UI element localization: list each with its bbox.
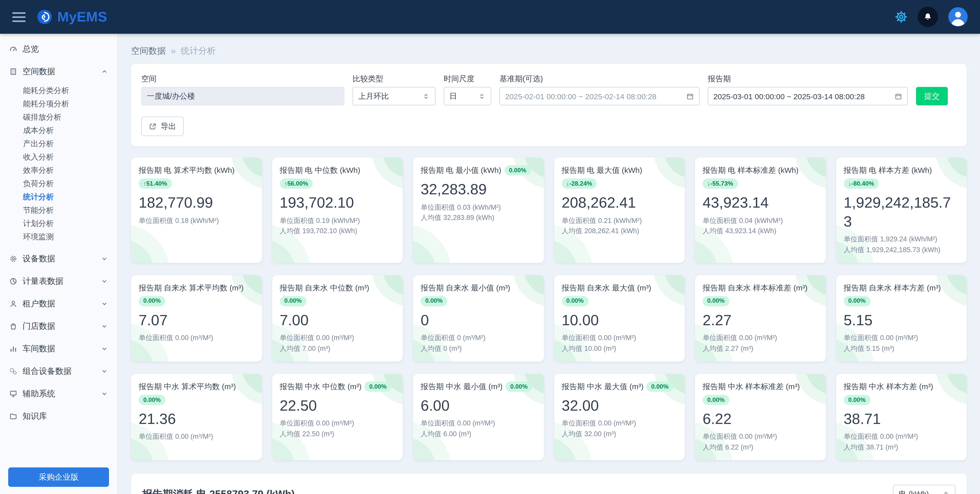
user-avatar[interactable]	[948, 7, 968, 27]
report-period-input[interactable]: 2025-03-01 00:00:00 ~ 2025-03-14 08:00:2…	[708, 87, 908, 105]
submit-button[interactable]: 提交	[916, 87, 948, 105]
sidebar-group-equipment[interactable]: 组合设备数据	[0, 360, 117, 383]
select-arrows-icon	[422, 92, 430, 100]
breadcrumb-parent[interactable]: 空间数据	[131, 45, 166, 57]
sidebar-group-shopfloor[interactable]: 车间数据	[0, 338, 117, 360]
sidebar-subitem[interactable]: 产出分析	[0, 137, 117, 150]
sidebar-subitem[interactable]: 负荷分析	[0, 177, 117, 190]
sidebar-subitem[interactable]: 成本分析	[0, 124, 117, 137]
sidebar-subitem[interactable]: 能耗分类分析	[0, 84, 117, 97]
stat-card-value: 38.71	[844, 410, 959, 428]
energy-type-select[interactable]: 电 (kWh)	[893, 485, 955, 494]
hamburger-menu-icon[interactable]	[12, 12, 25, 22]
time-scale-field: 时间尺度 日	[444, 74, 491, 105]
sidebar-item-overview[interactable]: 总览	[0, 38, 117, 60]
stat-card-per-capita: 人均值 6.00 (m³)	[421, 429, 536, 440]
sidebar-group-store[interactable]: 门店数据	[0, 315, 117, 338]
report-period-value: 2025-03-01 00:00:00 ~ 2025-03-14 08:00:2…	[713, 92, 891, 100]
sidebar-subitem[interactable]: 能耗分项分析	[0, 97, 117, 110]
gauge-icon	[9, 45, 18, 53]
sidebar-subitem[interactable]: 统计分析	[0, 190, 117, 203]
stat-card-value: 5.15	[844, 311, 959, 330]
sidebar-subitem[interactable]: 效率分析	[0, 164, 117, 177]
sidebar-group-label: 计量表数据	[22, 276, 64, 287]
space-field: 空间 一度城/办公楼	[141, 74, 344, 105]
stat-card-per-capita: 人均值 32.00 (m³)	[562, 429, 677, 440]
stat-card: 报告期 自来水 中位数 (m³) 0.00% 7.00 单位面积值 0.00 (…	[272, 275, 403, 362]
sidebar-group-label: 组合设备数据	[22, 366, 72, 376]
stat-card: 报告期 电 最大值 (kWh) ↓-28.24% 208,262.41 单位面积…	[554, 157, 685, 263]
stat-card-per-area: 单位面积值 0.00 (m³/M²)	[844, 333, 959, 344]
compare-type-label: 比较类型	[353, 74, 436, 84]
stat-card-per-capita: 人均值 193,702.10 (kWh)	[280, 226, 395, 237]
stat-card-per-area: 单位面积值 0.00 (m³/M²)	[421, 419, 536, 429]
desktop-icon	[9, 390, 18, 398]
top-navbar: MyEMS	[0, 0, 980, 34]
stat-card: 报告期 中水 算术平均数 (m³) 0.00% 21.36 单位面积值 0.00…	[131, 374, 262, 461]
export-icon	[149, 122, 157, 130]
base-period-input[interactable]: 2025-02-01 00:00:00 ~ 2025-02-14 08:00:2…	[500, 87, 700, 105]
stat-card: 报告期 电 中位数 (kWh) ↑56.00% 193,702.10 单位面积值…	[272, 157, 403, 263]
brand[interactable]: MyEMS	[37, 9, 107, 25]
stat-card-header: 报告期 自来水 样本方差 (m³) 0.00%	[844, 283, 959, 306]
stat-card-header: 报告期 中水 算术平均数 (m³) 0.00%	[139, 381, 254, 405]
stat-card-badge: 0.00%	[562, 296, 588, 306]
stat-card-badge: 0.00%	[703, 395, 729, 405]
notifications-bell-icon[interactable]	[918, 6, 938, 27]
stat-card-per-capita: 人均值 10.00 (m³)	[562, 344, 677, 354]
sidebar-group-tenant[interactable]: 租户数据	[0, 292, 117, 315]
sidebar-group-space[interactable]: 空间数据	[0, 60, 117, 83]
export-button[interactable]: 导出	[141, 117, 184, 136]
sidebar-subitem[interactable]: 计划分析	[0, 217, 117, 230]
chevron-down-icon	[101, 300, 108, 307]
stat-card-header: 报告期 自来水 中位数 (m³) 0.00%	[280, 283, 395, 306]
stat-card-value: 43,923.14	[703, 194, 818, 212]
sidebar-group-label: 租户数据	[22, 299, 55, 309]
stat-card-badge: 0.00%	[280, 296, 306, 306]
stat-card: 报告期 自来水 样本标准差 (m³) 0.00% 2.27 单位面积值 0.00…	[695, 275, 826, 362]
sidebar-group-auxiliary[interactable]: 辅助系统	[0, 383, 117, 405]
sidebar-group-meter[interactable]: 计量表数据	[0, 270, 117, 292]
stat-card-header: 报告期 电 样本方差 (kWh) ↓-80.40%	[844, 165, 959, 189]
stat-card-per-area: 单位面积值 0.18 (kWh/M²)	[139, 216, 254, 226]
sidebar-group-label: 车间数据	[22, 343, 55, 354]
stat-card-title: 报告期 自来水 样本方差 (m³)	[844, 283, 941, 293]
settings-gear-icon[interactable]	[895, 11, 907, 23]
stat-card-title: 报告期 电 中位数 (kWh)	[280, 165, 360, 176]
stat-card-title: 报告期 中水 样本标准差 (m³)	[703, 381, 800, 392]
space-input[interactable]: 一度城/办公楼	[141, 87, 344, 105]
stat-card-header: 报告期 中水 最小值 (m³) 0.00%	[421, 381, 536, 392]
stat-card-title: 报告期 中水 样本方差 (m³)	[844, 381, 933, 392]
stat-card-per-area: 单位面积值 0.00 (m³/M²)	[139, 333, 254, 344]
sidebar-item-knowledge[interactable]: 知识库	[0, 405, 117, 427]
purchase-enterprise-button[interactable]: 采购企业版	[8, 467, 109, 487]
sidebar-subitem[interactable]: 环境监测	[0, 230, 117, 243]
stat-card-value: 10.00	[562, 311, 677, 330]
sidebar-subitem[interactable]: 节能分析	[0, 203, 117, 217]
stat-card: 报告期 自来水 算术平均数 (m³) 0.00% 7.07 单位面积值 0.00…	[131, 275, 262, 362]
brand-name: MyEMS	[57, 9, 107, 25]
chevron-down-icon	[101, 368, 108, 375]
stat-card-per-area: 单位面积值 0.04 (kWh/M²)	[703, 216, 818, 226]
stat-card-badge: 0.00%	[421, 296, 447, 306]
stat-card: 报告期 中水 最小值 (m³) 0.00% 6.00 单位面积值 0.00 (m…	[413, 374, 544, 461]
stat-card: 报告期 电 最小值 (kWh) 0.00% 32,283.89 单位面积值 0.…	[413, 157, 544, 263]
sidebar-subitem[interactable]: 碳排放分析	[0, 110, 117, 124]
stat-card-title: 报告期 电 最小值 (kWh)	[421, 165, 501, 176]
stat-card-badge: 0.00%	[844, 395, 870, 405]
base-period-label: 基准期(可选)	[500, 74, 700, 84]
bar-chart-icon	[9, 345, 18, 353]
time-scale-select[interactable]: 日	[444, 87, 491, 105]
calendar-icon	[686, 92, 694, 100]
sidebar-group-label: 空间数据	[22, 66, 55, 77]
sidebar-item-label: 知识库	[22, 411, 47, 422]
stat-card-header: 报告期 自来水 最小值 (m³) 0.00%	[421, 283, 536, 306]
stat-card-title: 报告期 电 样本方差 (kWh)	[844, 165, 932, 176]
stat-card: 报告期 自来水 最小值 (m³) 0.00% 0 单位面积值 0 (m³/M²)…	[413, 275, 544, 362]
stat-card-per-area: 单位面积值 0.00 (m³/M²)	[844, 432, 959, 443]
sidebar-group-device[interactable]: 设备数据	[0, 248, 117, 270]
stat-card-value: 21.36	[139, 410, 254, 428]
sidebar-subitem[interactable]: 收入分析	[0, 150, 117, 164]
export-button-label: 导出	[161, 121, 176, 131]
compare-type-select[interactable]: 上月环比	[353, 87, 436, 105]
